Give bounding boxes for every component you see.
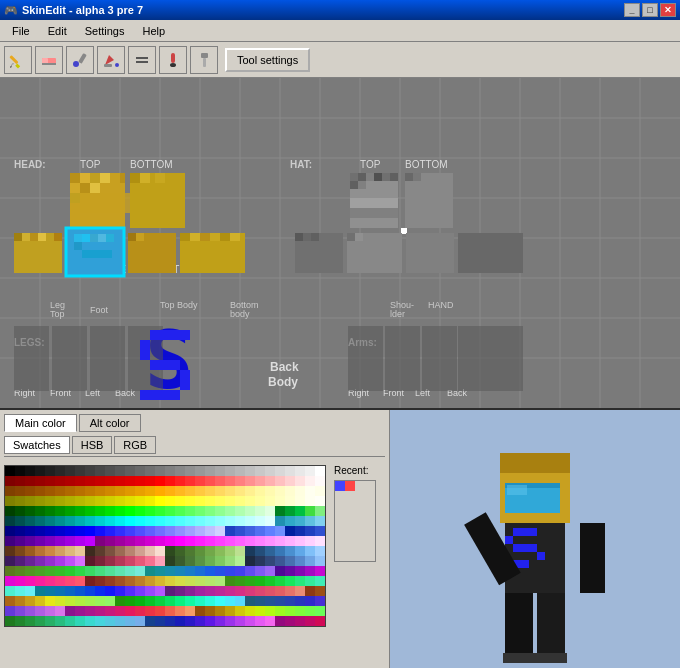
color-swatch[interactable] xyxy=(165,586,175,596)
recent-color-blue[interactable] xyxy=(335,481,345,491)
color-swatch[interactable] xyxy=(45,616,55,626)
color-swatch[interactable] xyxy=(45,556,55,566)
color-swatch[interactable] xyxy=(245,576,255,586)
recent-color-16[interactable] xyxy=(365,511,375,521)
color-swatch[interactable] xyxy=(15,506,25,516)
color-swatch[interactable] xyxy=(245,466,255,476)
recent-color-10[interactable] xyxy=(345,501,355,511)
color-swatch[interactable] xyxy=(285,506,295,516)
color-swatch[interactable] xyxy=(135,466,145,476)
color-swatch[interactable] xyxy=(245,586,255,596)
color-swatch[interactable] xyxy=(235,516,245,526)
color-swatch[interactable] xyxy=(75,596,85,606)
color-swatch[interactable] xyxy=(135,606,145,616)
color-swatch[interactable] xyxy=(235,596,245,606)
color-swatch[interactable] xyxy=(95,526,105,536)
color-swatch[interactable] xyxy=(275,566,285,576)
color-swatch[interactable] xyxy=(155,526,165,536)
color-swatch[interactable] xyxy=(35,556,45,566)
color-swatch[interactable] xyxy=(95,596,105,606)
color-swatch[interactable] xyxy=(245,556,255,566)
color-swatch[interactable] xyxy=(165,606,175,616)
color-swatch[interactable] xyxy=(45,476,55,486)
color-swatch[interactable] xyxy=(45,566,55,576)
color-swatch[interactable] xyxy=(185,496,195,506)
color-swatch[interactable] xyxy=(225,466,235,476)
color-swatch[interactable] xyxy=(75,586,85,596)
color-swatch[interactable] xyxy=(235,616,245,626)
color-swatch[interactable] xyxy=(265,466,275,476)
color-swatch[interactable] xyxy=(185,506,195,516)
color-swatch[interactable] xyxy=(235,556,245,566)
color-swatch[interactable] xyxy=(55,536,65,546)
color-swatch[interactable] xyxy=(275,616,285,626)
color-swatch[interactable] xyxy=(265,536,275,546)
color-swatch[interactable] xyxy=(215,576,225,586)
color-swatch[interactable] xyxy=(205,486,215,496)
color-swatch[interactable] xyxy=(105,496,115,506)
recent-color-27[interactable] xyxy=(355,541,365,551)
color-swatch[interactable] xyxy=(95,566,105,576)
color-swatch[interactable] xyxy=(35,546,45,556)
color-swatch[interactable] xyxy=(25,506,35,516)
color-swatch[interactable] xyxy=(135,576,145,586)
color-swatch[interactable] xyxy=(145,486,155,496)
color-swatch[interactable] xyxy=(285,566,295,576)
color-swatch[interactable] xyxy=(55,576,65,586)
color-swatch[interactable] xyxy=(235,496,245,506)
leg-left-block[interactable] xyxy=(90,326,125,391)
recent-color-21[interactable] xyxy=(335,531,345,541)
color-swatch[interactable] xyxy=(215,486,225,496)
color-swatch[interactable] xyxy=(285,516,295,526)
color-swatch[interactable] xyxy=(45,576,55,586)
color-swatch[interactable] xyxy=(255,486,265,496)
color-swatch[interactable] xyxy=(135,496,145,506)
color-swatch[interactable] xyxy=(25,526,35,536)
color-swatch[interactable] xyxy=(285,536,295,546)
hat-bottom-block[interactable] xyxy=(405,173,453,228)
color-swatch[interactable] xyxy=(25,466,35,476)
color-swatch[interactable] xyxy=(195,616,205,626)
color-swatch[interactable] xyxy=(115,466,125,476)
color-swatch[interactable] xyxy=(245,516,255,526)
color-swatch[interactable] xyxy=(275,586,285,596)
color-swatch[interactable] xyxy=(145,606,155,616)
leg-front-block[interactable] xyxy=(52,326,87,391)
arm-right-block[interactable] xyxy=(348,326,383,391)
color-swatch[interactable] xyxy=(25,586,35,596)
color-swatch[interactable] xyxy=(135,516,145,526)
color-swatch[interactable] xyxy=(75,486,85,496)
color-swatch[interactable] xyxy=(105,536,115,546)
recent-color-17[interactable] xyxy=(335,521,345,531)
color-swatch[interactable] xyxy=(75,566,85,576)
color-swatch[interactable] xyxy=(255,616,265,626)
color-swatch[interactable] xyxy=(235,546,245,556)
color-swatch[interactable] xyxy=(215,476,225,486)
color-swatch[interactable] xyxy=(295,496,305,506)
color-swatch[interactable] xyxy=(205,496,215,506)
color-swatch[interactable] xyxy=(285,606,295,616)
color-swatch[interactable] xyxy=(105,486,115,496)
color-swatch[interactable] xyxy=(125,506,135,516)
color-swatch[interactable] xyxy=(235,586,245,596)
color-swatch[interactable] xyxy=(315,616,325,626)
color-swatch[interactable] xyxy=(315,556,325,566)
color-swatch[interactable] xyxy=(55,496,65,506)
color-swatch[interactable] xyxy=(235,606,245,616)
color-swatch[interactable] xyxy=(35,576,45,586)
color-swatch[interactable] xyxy=(215,586,225,596)
color-swatch[interactable] xyxy=(175,566,185,576)
color-swatch[interactable] xyxy=(45,496,55,506)
color-swatch[interactable] xyxy=(5,466,15,476)
color-swatch[interactable] xyxy=(35,466,45,476)
color-swatch[interactable] xyxy=(25,566,35,576)
color-swatch[interactable] xyxy=(275,526,285,536)
color-swatch[interactable] xyxy=(195,506,205,516)
color-swatch[interactable] xyxy=(175,506,185,516)
color-swatch[interactable] xyxy=(95,516,105,526)
color-swatch[interactable] xyxy=(105,616,115,626)
recent-color-5[interactable] xyxy=(335,491,345,501)
color-swatch[interactable] xyxy=(265,496,275,506)
color-swatch[interactable] xyxy=(45,466,55,476)
color-swatch[interactable] xyxy=(315,486,325,496)
